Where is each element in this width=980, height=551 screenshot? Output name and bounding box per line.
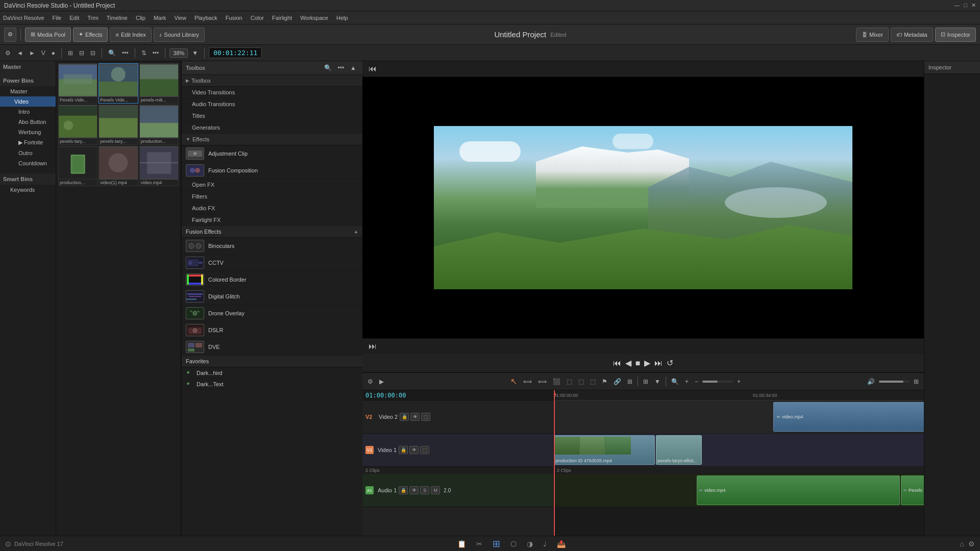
transport-prev[interactable]: ◀ bbox=[625, 358, 631, 368]
tl-cut[interactable]: ⬛ bbox=[551, 377, 562, 386]
menu-color[interactable]: Color bbox=[251, 15, 264, 21]
v2-eye[interactable]: 👁 bbox=[410, 413, 420, 421]
statusbar-deliver[interactable]: 📤 bbox=[557, 540, 566, 548]
t2-grid-view[interactable]: ⊞ bbox=[66, 48, 75, 58]
bin-master[interactable]: Master bbox=[0, 86, 56, 96]
clip-production[interactable]: production ID 4763035.mp4 bbox=[554, 435, 655, 465]
bin-abo[interactable]: Abo Button bbox=[0, 117, 56, 127]
thumb-4[interactable]: pexels-tary... bbox=[99, 105, 138, 145]
tl-insert2[interactable]: ⬚ bbox=[576, 377, 586, 386]
preview-skip-end[interactable]: ⏭ bbox=[366, 341, 379, 352]
v2-more[interactable]: ⬚ bbox=[421, 413, 430, 421]
statusbar-cut[interactable]: ✂ bbox=[476, 540, 482, 548]
a1-s[interactable]: S bbox=[420, 486, 429, 494]
timeline-playhead[interactable] bbox=[554, 390, 555, 536]
effects-more[interactable]: ••• bbox=[336, 63, 347, 72]
tl-tool2[interactable]: ▶ bbox=[377, 377, 386, 386]
thumb-8[interactable]: video.mp4 bbox=[139, 146, 179, 186]
v2-lock[interactable]: 🔒 bbox=[400, 413, 409, 421]
bin-intro[interactable]: Intro bbox=[0, 107, 56, 117]
clip-audio-video[interactable]: ✏ video.mp4 bbox=[697, 475, 900, 505]
thumb-5[interactable]: production... bbox=[139, 105, 179, 145]
effect-colored-border[interactable]: Colored Border bbox=[182, 271, 362, 288]
tl-zoom-plus[interactable]: + bbox=[735, 377, 743, 386]
zoom-display[interactable]: 38% bbox=[169, 48, 188, 58]
bin-werbung[interactable]: Werbung bbox=[0, 127, 56, 137]
tl-snap[interactable]: ⊞ bbox=[625, 377, 634, 386]
menu-fairlight[interactable]: Fairlight bbox=[272, 15, 292, 21]
t2-zoom-down[interactable]: ▼ bbox=[190, 48, 200, 58]
statusbar-color[interactable]: ◑ bbox=[527, 540, 533, 548]
menu-clip[interactable]: Clip bbox=[136, 15, 145, 21]
t2-search[interactable]: 🔍 bbox=[106, 48, 118, 58]
section-effects-header[interactable]: ▼ Effects bbox=[182, 134, 362, 145]
thumb-1[interactable]: Pexels Vide... bbox=[99, 63, 138, 104]
effects-btn[interactable]: ✦ Effects bbox=[73, 28, 108, 42]
menu-workspace[interactable]: Workspace bbox=[300, 15, 328, 21]
item-audio-fx[interactable]: Audio FX bbox=[182, 203, 362, 214]
t2-icon4[interactable]: ⊟ bbox=[88, 48, 97, 58]
v1-more[interactable]: ⬚ bbox=[420, 446, 429, 454]
tl-track-sel2[interactable]: ▼ bbox=[652, 377, 663, 386]
statusbar-settings[interactable]: ⚙ bbox=[968, 540, 975, 548]
clip-pexels-v1[interactable]: pexels-taryn-elliot... bbox=[656, 435, 702, 465]
t2-sort[interactable]: ⇅ bbox=[139, 48, 149, 58]
effect-fusion-comp[interactable]: Fusion Composition bbox=[182, 162, 362, 179]
preview-skip-start[interactable]: ⏮ bbox=[366, 63, 379, 74]
tl-link[interactable]: 🔗 bbox=[611, 377, 623, 386]
tl-mixer[interactable]: ⊞ bbox=[912, 377, 921, 386]
effect-dve[interactable]: DVE bbox=[182, 339, 362, 356]
tl-flag[interactable]: ⚑ bbox=[600, 377, 609, 386]
section-toolbox-header[interactable]: ▶ Toolbox bbox=[182, 75, 362, 87]
menu-davinci[interactable]: DaVinci Resolve bbox=[3, 15, 44, 21]
transport-stop[interactable]: ■ bbox=[635, 359, 641, 368]
menu-playback[interactable]: Playback bbox=[194, 15, 217, 21]
mixer-btn[interactable]: 🎛 Mixer bbox=[856, 28, 889, 42]
item-generators[interactable]: Generators bbox=[182, 122, 362, 134]
bin-video[interactable]: Video bbox=[0, 96, 56, 107]
item-video-transitions[interactable]: Video Transitions bbox=[182, 87, 362, 98]
minimize-btn[interactable]: — bbox=[954, 2, 960, 9]
media-pool-btn[interactable]: ⊞ Media Pool bbox=[25, 28, 71, 42]
tl-tool1[interactable]: ⚙ bbox=[365, 377, 375, 386]
statusbar-fairlight[interactable]: ♩ bbox=[543, 540, 547, 548]
bin-countdown[interactable]: Countdown bbox=[0, 158, 56, 168]
t2-more[interactable]: ••• bbox=[120, 48, 131, 58]
menu-fusion[interactable]: Fusion bbox=[226, 15, 242, 21]
thumb-3[interactable]: pexels-tary... bbox=[58, 105, 97, 145]
bin-fortnite[interactable]: ▶ Fortnite bbox=[0, 137, 56, 148]
tl-zoom-fit[interactable]: 🔍 bbox=[669, 377, 681, 386]
toolbar-icon-btn[interactable]: ⚙ bbox=[4, 28, 16, 42]
menu-trim[interactable]: Trim bbox=[87, 15, 99, 21]
v1-eye[interactable]: 👁 bbox=[409, 446, 419, 454]
item-fairlight-fx[interactable]: Fairlight FX bbox=[182, 214, 362, 226]
menu-file[interactable]: File bbox=[53, 15, 62, 21]
transport-end[interactable]: ⏭ bbox=[654, 359, 663, 368]
transport-play[interactable]: ▶ bbox=[644, 358, 650, 368]
a1-m[interactable]: M bbox=[431, 486, 440, 494]
menu-timeline[interactable]: Timeline bbox=[107, 15, 128, 21]
menu-view[interactable]: View bbox=[174, 15, 186, 21]
item-audio-transitions[interactable]: Audio Transitions bbox=[182, 98, 362, 110]
thumb-2[interactable]: pexels-mik... bbox=[139, 63, 179, 104]
t2-more2[interactable]: ••• bbox=[151, 48, 161, 58]
fusion-effects-collapse[interactable]: ▲ bbox=[354, 229, 358, 234]
item-open-fx[interactable]: Open FX bbox=[182, 179, 362, 191]
fav-darktext[interactable]: ✦ Dark...Text bbox=[182, 379, 362, 390]
t2-icon3[interactable]: ● bbox=[50, 48, 57, 58]
item-filters[interactable]: Filters bbox=[182, 191, 362, 203]
effect-digital-glitch[interactable]: Digital Glitch bbox=[182, 288, 362, 305]
tl-insert3[interactable]: ⬚ bbox=[588, 377, 598, 386]
close-btn[interactable]: ✕ bbox=[971, 2, 976, 9]
tl-select[interactable]: ↖ bbox=[508, 375, 519, 387]
bin-keywords[interactable]: Keywords bbox=[0, 185, 56, 195]
tl-track-sel[interactable]: ⊞ bbox=[641, 377, 650, 386]
statusbar-edit[interactable]: ⊞ bbox=[493, 538, 500, 549]
t2-nav-prev[interactable]: ◄ bbox=[15, 48, 25, 58]
clip-audio-pexels[interactable]: ✏ Pexels Videos 2786540.mp4 bbox=[901, 475, 924, 505]
a1-eye[interactable]: 👁 bbox=[409, 486, 419, 494]
a1-lock[interactable]: 🔒 bbox=[399, 486, 408, 494]
sound-library-btn[interactable]: ♪ Sound Library bbox=[154, 28, 205, 42]
edit-index-btn[interactable]: ≡ Edit Index bbox=[110, 28, 151, 42]
t2-nav-next[interactable]: ► bbox=[27, 48, 37, 58]
